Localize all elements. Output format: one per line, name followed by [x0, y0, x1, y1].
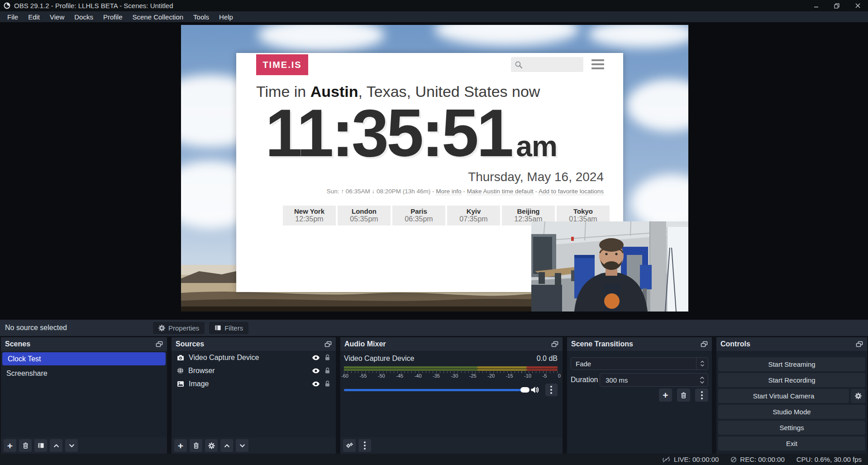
add-favorite-link[interactable]: Add to favorite locations: [539, 188, 604, 195]
popout-icon[interactable]: [856, 341, 863, 347]
hamburger-menu-icon[interactable]: [591, 59, 604, 69]
add-scene-button[interactable]: +: [4, 439, 16, 452]
virtual-camera-config-button[interactable]: [851, 389, 865, 403]
camera-icon: [177, 355, 184, 361]
properties-button[interactable]: Properties: [153, 322, 205, 334]
menu-docks[interactable]: Docks: [69, 11, 98, 22]
search-input[interactable]: [511, 57, 583, 72]
transition-select[interactable]: Fade: [571, 357, 708, 370]
audio-mixer-header[interactable]: Audio Mixer: [340, 337, 563, 351]
visibility-eye-icon[interactable]: [312, 381, 320, 387]
menu-file[interactable]: File: [2, 11, 23, 22]
sources-list: Video Capture Device Browser Image: [172, 351, 336, 437]
start-streaming-button[interactable]: Start Streaming: [718, 357, 865, 371]
maximize-button[interactable]: [826, 0, 847, 11]
sources-panel-header[interactable]: Sources: [172, 337, 336, 351]
menu-edit[interactable]: Edit: [23, 11, 45, 22]
duration-spinbox[interactable]: 300 ms: [600, 373, 708, 387]
remove-source-button[interactable]: [190, 439, 202, 452]
city-tile[interactable]: Kyiv07:35pm: [447, 206, 500, 225]
menu-bar: File Edit View Docks Profile Scene Colle…: [0, 11, 868, 22]
source-properties-button[interactable]: [205, 439, 218, 452]
popout-icon[interactable]: [324, 341, 332, 347]
move-scene-down-button[interactable]: [65, 439, 78, 452]
scenes-list: Clock Test Screenshare: [1, 351, 167, 437]
speaker-icon[interactable]: [530, 386, 539, 393]
more-info-link[interactable]: More info: [436, 188, 461, 195]
studio-mode-button[interactable]: Studio Mode: [718, 405, 865, 419]
mixer-options-button[interactable]: [545, 384, 558, 396]
city-tile[interactable]: London05:35pm: [338, 206, 391, 225]
scenes-panel-header[interactable]: Scenes: [1, 337, 167, 351]
preview-canvas[interactable]: TIME.IS Time in Austin, Texas, United St…: [181, 25, 688, 312]
city-tile[interactable]: Paris06:35pm: [392, 206, 445, 225]
mixer-channel: Video Capture Device 0.0 dB -60-55-50-45…: [340, 351, 563, 437]
add-source-button[interactable]: +: [174, 439, 187, 452]
double-gear-icon: [346, 442, 353, 449]
globe-icon: [177, 367, 184, 374]
menu-profile[interactable]: Profile: [98, 11, 128, 22]
lock-icon[interactable]: [324, 354, 330, 361]
remove-scene-button[interactable]: [19, 439, 32, 452]
webcam-overlay[interactable]: [531, 221, 688, 312]
scene-item-clock-test[interactable]: Clock Test: [2, 352, 166, 365]
city-tile[interactable]: New York12:35pm: [283, 206, 336, 225]
make-default-link[interactable]: Make Austin time default: [467, 188, 534, 195]
filters-button[interactable]: Filters: [209, 322, 248, 334]
lock-icon[interactable]: [324, 380, 330, 387]
move-source-up-button[interactable]: [220, 439, 233, 452]
status-bar: LIVE: 00:00:00 REC: 00:00:00 CPU: 0.6%, …: [0, 454, 868, 465]
source-item-browser[interactable]: Browser: [172, 364, 336, 377]
visibility-eye-icon[interactable]: [312, 355, 320, 360]
meter-tick-labels: -60-55-50-45-40-35-30-25-20-15-10-50: [341, 373, 561, 379]
scene-item-screenshare[interactable]: Screenshare: [1, 367, 167, 380]
scenes-toolbar: +: [1, 437, 167, 454]
chevron-down-icon: [239, 444, 245, 448]
menu-view[interactable]: View: [45, 11, 69, 22]
select-chevrons-icon: [696, 358, 708, 369]
lock-icon[interactable]: [324, 367, 330, 374]
source-item-video-capture[interactable]: Video Capture Device: [172, 351, 336, 364]
move-scene-up-button[interactable]: [50, 439, 62, 452]
move-source-down-button[interactable]: [236, 439, 248, 452]
image-icon: [177, 381, 184, 387]
record-inactive-icon: [730, 456, 737, 463]
plus-icon: +: [663, 390, 668, 400]
minimize-button[interactable]: [806, 0, 826, 11]
scene-filters-button[interactable]: [34, 439, 47, 452]
popout-icon[interactable]: [551, 341, 558, 347]
close-button[interactable]: [847, 0, 868, 11]
popout-icon[interactable]: [156, 341, 163, 347]
remove-transition-button[interactable]: [677, 388, 690, 402]
mixer-level-db: 0.0 dB: [537, 355, 558, 363]
exit-button[interactable]: Exit: [718, 436, 865, 451]
volume-slider-handle[interactable]: [520, 387, 529, 393]
menu-help[interactable]: Help: [214, 11, 238, 22]
title-bar: OBS 29.1.2 - Profile: LLHLS BETA - Scene…: [0, 0, 868, 11]
add-transition-button[interactable]: +: [659, 388, 672, 402]
transitions-header[interactable]: Scene Transitions: [567, 337, 712, 351]
start-recording-button[interactable]: Start Recording: [718, 373, 865, 387]
visibility-eye-icon[interactable]: [312, 368, 320, 374]
close-icon: [855, 3, 860, 8]
kebab-icon: [701, 391, 703, 399]
sources-toolbar: +: [172, 437, 336, 454]
source-item-image[interactable]: Image: [172, 377, 336, 390]
menu-tools[interactable]: Tools: [188, 11, 214, 22]
start-virtual-camera-button[interactable]: Start Virtual Camera: [718, 389, 849, 403]
mixer-channel-name: Video Capture Device: [344, 355, 414, 363]
advanced-audio-button[interactable]: [343, 439, 356, 452]
mixer-menu-button[interactable]: [358, 439, 371, 452]
popout-icon[interactable]: [701, 341, 708, 347]
scene-transitions-panel: Scene Transitions Fade Duration 300 ms: [567, 337, 712, 454]
trash-icon: [680, 392, 687, 399]
timeis-logo[interactable]: TIME.IS: [256, 54, 308, 75]
volume-slider[interactable]: [344, 389, 525, 391]
controls-header[interactable]: Controls: [716, 337, 867, 351]
spin-arrows-icon[interactable]: [696, 376, 708, 384]
transition-menu-button[interactable]: [695, 388, 708, 402]
cpu-fps-stats: CPU: 0.6%, 30.00 fps: [796, 455, 862, 463]
minimize-icon: [814, 3, 819, 8]
menu-scene-collection[interactable]: Scene Collection: [128, 11, 189, 22]
settings-button[interactable]: Settings: [718, 421, 865, 435]
